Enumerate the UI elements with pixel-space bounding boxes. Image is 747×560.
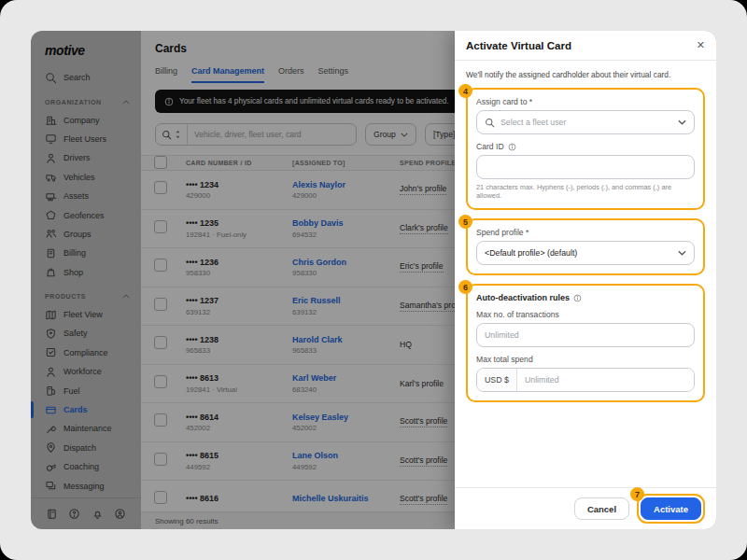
annotation-badge-7: 7 — [630, 487, 644, 501]
card-id-input[interactable] — [476, 155, 695, 179]
assign-card-placeholder: Select a fleet user — [500, 118, 672, 127]
auto-deactivation-title: Auto-deactivation rules — [476, 293, 695, 302]
close-icon[interactable]: ✕ — [697, 40, 705, 50]
card-id-label: Card ID — [476, 142, 695, 151]
annotation-ring-assign: 4 Assign card to * Select a fleet user C… — [466, 88, 705, 210]
currency-prefix: USD $ — [477, 369, 517, 391]
spend-profile-value: <Default profile> (default) — [485, 248, 672, 258]
annotation-ring-auto-deactivation: 6 Auto-deactivation rules Max no. of tra… — [466, 284, 705, 402]
spend-profile-select[interactable]: <Default profile> (default) — [476, 241, 695, 265]
cancel-button[interactable]: Cancel — [574, 497, 629, 520]
info-icon — [508, 143, 516, 151]
search-icon — [485, 118, 495, 128]
card-id-help: 21 characters max. Hyphens (-), periods … — [476, 183, 695, 200]
annotation-badge-5: 5 — [458, 215, 472, 229]
max-transactions-input[interactable] — [476, 323, 695, 347]
chevron-down-icon — [678, 250, 686, 256]
max-transactions-label: Max no. of transactions — [476, 310, 695, 319]
panel-body: We'll notify the assigned cardholder abo… — [455, 61, 716, 487]
max-total-spend-input[interactable] — [517, 369, 694, 391]
annotation-ring-activate: 7 Activate — [637, 494, 705, 524]
annotation-badge-6: 6 — [458, 280, 472, 294]
annotation-ring-spend-profile: 5 Spend profile * <Default profile> (def… — [466, 218, 705, 275]
activate-button[interactable]: Activate — [641, 497, 701, 520]
annotation-badge-4: 4 — [458, 84, 472, 98]
panel-header: Activate Virtual Card ✕ — [455, 31, 716, 61]
panel-title: Activate Virtual Card — [466, 40, 571, 51]
spend-profile-label: Spend profile * — [476, 228, 695, 237]
info-icon — [573, 294, 582, 302]
panel-description: We'll notify the assigned cardholder abo… — [466, 70, 705, 79]
assign-card-label: Assign card to * — [476, 97, 695, 106]
panel-footer: Cancel 7 Activate — [455, 487, 716, 529]
chevron-down-icon — [678, 119, 686, 125]
assign-card-select[interactable]: Select a fleet user — [476, 110, 695, 134]
activate-virtual-card-panel: Activate Virtual Card ✕ We'll notify the… — [455, 31, 716, 529]
max-total-spend-label: Max total spend — [476, 355, 695, 364]
screenshot-canvas: motive Search ORGANIZATION Company Fleet… — [0, 0, 747, 560]
max-total-spend-field: USD $ — [476, 368, 695, 392]
app-window: motive Search ORGANIZATION Company Fleet… — [31, 31, 716, 529]
